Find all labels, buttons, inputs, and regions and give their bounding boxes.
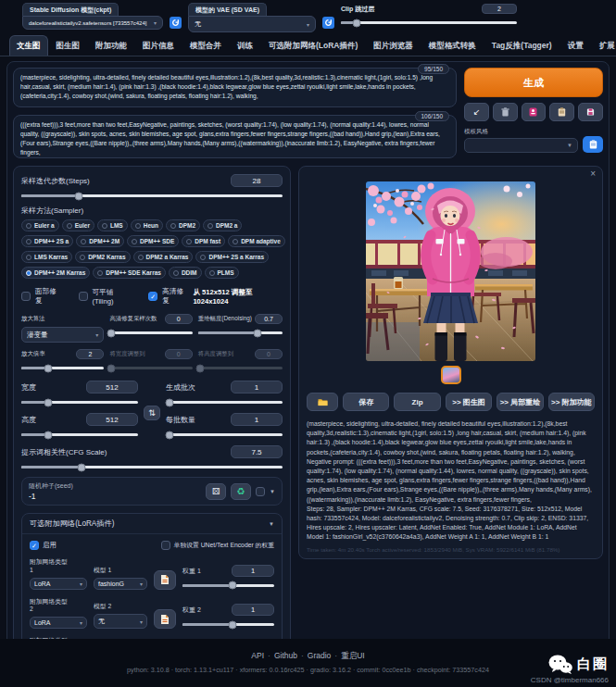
- tab-img2img[interactable]: 图生图: [49, 35, 88, 56]
- slider-knob[interactable]: [44, 364, 53, 372]
- vae-select[interactable]: 无 ▾: [188, 16, 316, 32]
- tab-image-browser[interactable]: 图片浏览器: [366, 35, 421, 56]
- sampler-option[interactable]: DPM fast: [182, 235, 225, 247]
- cfg-value[interactable]: 7.5: [231, 445, 283, 458]
- send-to-extras-button[interactable]: >> 附加功能: [548, 393, 595, 411]
- network-type-select[interactable]: LoRA▾: [30, 617, 87, 629]
- style-paste-button[interactable]: [549, 103, 574, 121]
- tab-tagger[interactable]: Tag反推(Tagger): [484, 35, 559, 56]
- refresh-vae-button[interactable]: [322, 17, 334, 29]
- height-value[interactable]: 512: [86, 413, 138, 426]
- seed-input[interactable]: 随机种子(seed) -1: [29, 481, 201, 501]
- send-to-inpaint-button[interactable]: >> 局部重绘: [497, 393, 543, 411]
- slider-knob[interactable]: [107, 329, 116, 337]
- zip-button[interactable]: Zip: [394, 393, 440, 411]
- batch-size-value[interactable]: 1: [231, 413, 283, 426]
- slider-knob[interactable]: [75, 192, 83, 200]
- cfg-slider[interactable]: [21, 462, 283, 471]
- sampler-option[interactable]: DPM2 a Karras: [133, 251, 194, 263]
- sampler-option[interactable]: DPM++ SDE Karras: [93, 267, 166, 279]
- slider-knob[interactable]: [165, 398, 173, 406]
- negative-prompt-input[interactable]: (((extra feet))),3 feet,more than two fe…: [13, 115, 457, 158]
- sampler-option-selected[interactable]: DPM++ 2M Karras: [21, 267, 90, 279]
- slider-knob[interactable]: [229, 581, 237, 590]
- checkpoint-select[interactable]: dalceforealistictailyv2.safetensors [733…: [22, 16, 163, 30]
- batch-count-value[interactable]: 1: [231, 381, 283, 393]
- slider-knob[interactable]: [44, 398, 52, 406]
- sampler-option[interactable]: LMS: [97, 219, 128, 231]
- open-folder-button[interactable]: [307, 393, 338, 411]
- slider-knob[interactable]: [253, 329, 261, 337]
- tiling-checkbox[interactable]: [79, 292, 88, 301]
- sampler-option[interactable]: DPM++ 2S a Karras: [195, 251, 269, 263]
- save-style-button[interactable]: [578, 103, 603, 121]
- tab-settings[interactable]: 设置: [560, 35, 591, 56]
- upscale-by-slider[interactable]: [21, 363, 104, 372]
- slider-knob[interactable]: [353, 19, 361, 27]
- network-model-select[interactable]: 无▾: [94, 614, 147, 629]
- sampler-option[interactable]: DPM2: [166, 219, 200, 231]
- batch-count-slider[interactable]: [166, 397, 283, 406]
- tab-extensions[interactable]: 扩展: [592, 35, 616, 56]
- sampler-option[interactable]: DPM2 a: [203, 219, 242, 231]
- tab-model-converter[interactable]: 模型格式转换: [421, 35, 484, 56]
- slider-knob[interactable]: [44, 431, 52, 439]
- width-value[interactable]: 512: [86, 381, 138, 393]
- slider-knob[interactable]: [229, 620, 237, 629]
- width-slider[interactable]: [21, 397, 138, 406]
- additional-networks-header[interactable]: 可选附加网络(LoRA插件) ▼: [22, 514, 282, 534]
- denoising-value[interactable]: 0.7: [255, 314, 283, 324]
- api-link[interactable]: API: [251, 651, 274, 660]
- style-dropdown[interactable]: ▼: [464, 138, 578, 153]
- seed-expand-icon[interactable]: ▼: [270, 489, 275, 494]
- reuse-seed-button[interactable]: ♻: [231, 483, 251, 500]
- face-restore-checkbox[interactable]: [21, 292, 31, 301]
- weight-value[interactable]: 1: [232, 604, 274, 616]
- tab-train[interactable]: 训练: [230, 35, 260, 56]
- generate-button[interactable]: 生成: [464, 68, 603, 97]
- gradio-link[interactable]: Gradio: [308, 651, 341, 660]
- apply-style-button[interactable]: [583, 136, 603, 153]
- close-icon[interactable]: ×: [590, 169, 596, 179]
- extra-seed-checkbox[interactable]: [256, 487, 265, 496]
- addnet-separate-weights-checkbox[interactable]: [161, 541, 170, 550]
- slider-knob[interactable]: [77, 463, 85, 471]
- clip-skip-slider[interactable]: [341, 18, 517, 27]
- hires-fix-checkbox[interactable]: ✓: [148, 292, 157, 301]
- weight-slider[interactable]: [182, 581, 274, 590]
- addnet-enable-checkbox[interactable]: ✓: [30, 541, 39, 550]
- slider-knob[interactable]: [165, 431, 173, 439]
- hires-steps-value[interactable]: 0: [165, 314, 193, 324]
- upscale-by-value[interactable]: 2: [76, 349, 104, 359]
- send-to-img2img-button[interactable]: >> 图生图: [446, 393, 492, 411]
- tab-txt2img[interactable]: 文生图: [9, 35, 48, 56]
- network-model-select[interactable]: fashionG▾: [94, 578, 147, 590]
- steps-slider[interactable]: [21, 191, 283, 200]
- weight-value[interactable]: 1: [232, 565, 274, 577]
- tab-extras[interactable]: 附加功能: [88, 35, 134, 56]
- height-slider[interactable]: [21, 430, 138, 439]
- sampler-option[interactable]: DDIM: [169, 267, 202, 279]
- sampler-option[interactable]: Euler: [62, 219, 94, 231]
- extra-networks-button[interactable]: [522, 103, 547, 121]
- sampler-option[interactable]: DPM++ 2M: [76, 235, 124, 247]
- refresh-checkpoint-button[interactable]: [170, 17, 182, 29]
- weight-slider[interactable]: [182, 619, 274, 629]
- network-type-select[interactable]: LoRA▾: [30, 578, 87, 590]
- sampler-option[interactable]: Heun: [131, 219, 163, 231]
- swap-dimensions-button[interactable]: ⇅: [144, 406, 160, 420]
- tab-checkpoint-merger[interactable]: 模型合并: [182, 35, 229, 56]
- sampler-option[interactable]: Euler a: [21, 219, 59, 231]
- tab-additional-networks[interactable]: 可选附加网络(LoRA插件): [261, 35, 365, 56]
- reload-ui-link[interactable]: 重启UI: [341, 651, 365, 660]
- sampler-option[interactable]: DPM adaptive: [228, 235, 285, 247]
- steps-value[interactable]: 28: [231, 174, 283, 187]
- paste-params-button[interactable]: ↙: [464, 103, 489, 121]
- denoising-slider[interactable]: [198, 328, 283, 337]
- prompt-input[interactable]: (masterpiece, sidelighting, ultra-detail…: [13, 68, 457, 107]
- gallery-thumbnail[interactable]: [441, 366, 461, 384]
- model-metadata-button[interactable]: [154, 609, 176, 629]
- batch-size-slider[interactable]: [166, 430, 283, 439]
- tab-png-info[interactable]: 图片信息: [135, 35, 182, 56]
- hires-steps-slider[interactable]: [109, 328, 192, 337]
